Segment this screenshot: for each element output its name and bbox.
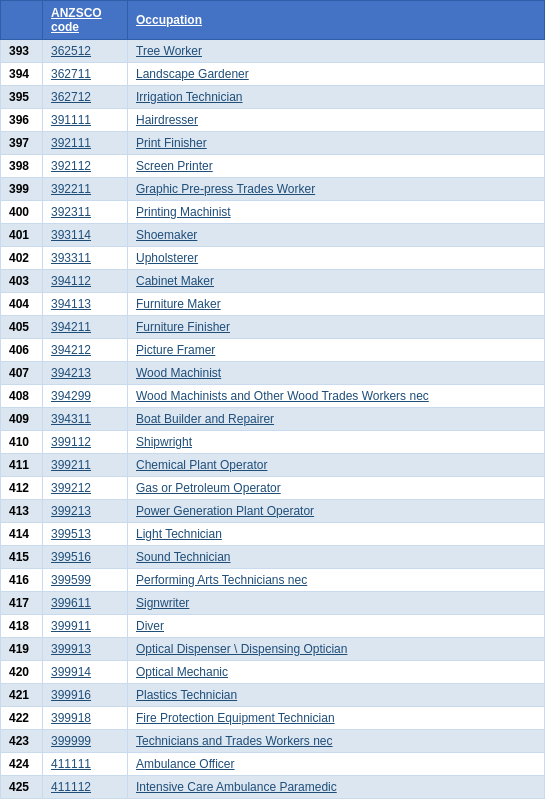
row-code[interactable]: 392111 xyxy=(43,132,128,155)
table-row: 399392211Graphic Pre-press Trades Worker xyxy=(1,178,545,201)
table-row: 423399999Technicians and Trades Workers … xyxy=(1,730,545,753)
row-occupation[interactable]: Furniture Maker xyxy=(128,293,545,316)
table-row: 406394212Picture Framer xyxy=(1,339,545,362)
row-code[interactable]: 399513 xyxy=(43,523,128,546)
row-occupation[interactable]: Tree Worker xyxy=(128,40,545,63)
row-code[interactable]: 394211 xyxy=(43,316,128,339)
row-code[interactable]: 362512 xyxy=(43,40,128,63)
row-num: 414 xyxy=(1,523,43,546)
row-num: 415 xyxy=(1,546,43,569)
row-occupation[interactable]: Shipwright xyxy=(128,431,545,454)
row-occupation[interactable]: Cabinet Maker xyxy=(128,270,545,293)
row-occupation[interactable]: Landscape Gardener xyxy=(128,63,545,86)
row-occupation[interactable]: Furniture Finisher xyxy=(128,316,545,339)
row-num: 407 xyxy=(1,362,43,385)
row-occupation[interactable]: Print Finisher xyxy=(128,132,545,155)
row-occupation[interactable]: Power Generation Plant Operator xyxy=(128,500,545,523)
row-code[interactable]: 394299 xyxy=(43,385,128,408)
row-code[interactable]: 392311 xyxy=(43,201,128,224)
row-num: 393 xyxy=(1,40,43,63)
row-code[interactable]: 362711 xyxy=(43,63,128,86)
row-code[interactable]: 399516 xyxy=(43,546,128,569)
row-num: 401 xyxy=(1,224,43,247)
row-occupation[interactable]: Light Technician xyxy=(128,523,545,546)
row-code[interactable]: 362712 xyxy=(43,86,128,109)
row-num: 403 xyxy=(1,270,43,293)
row-code[interactable]: 392112 xyxy=(43,155,128,178)
table-row: 418399911Diver xyxy=(1,615,545,638)
row-occupation[interactable]: Wood Machinist xyxy=(128,362,545,385)
row-code[interactable]: 399213 xyxy=(43,500,128,523)
row-num: 424 xyxy=(1,753,43,776)
table-row: 401393114Shoemaker xyxy=(1,224,545,247)
table-row: 413399213Power Generation Plant Operator xyxy=(1,500,545,523)
table-row: 396391111Hairdresser xyxy=(1,109,545,132)
row-num: 418 xyxy=(1,615,43,638)
row-occupation[interactable]: Signwriter xyxy=(128,592,545,615)
row-code[interactable]: 399999 xyxy=(43,730,128,753)
col-occupation-header[interactable]: Occupation xyxy=(128,1,545,40)
row-occupation[interactable]: Performing Arts Technicians nec xyxy=(128,569,545,592)
row-code[interactable]: 393114 xyxy=(43,224,128,247)
row-occupation[interactable]: Hairdresser xyxy=(128,109,545,132)
table-row: 405394211Furniture Finisher xyxy=(1,316,545,339)
row-num: 402 xyxy=(1,247,43,270)
row-code[interactable]: 399212 xyxy=(43,477,128,500)
row-code[interactable]: 411111 xyxy=(43,753,128,776)
row-occupation[interactable]: Shoemaker xyxy=(128,224,545,247)
row-code[interactable]: 394112 xyxy=(43,270,128,293)
row-num: 398 xyxy=(1,155,43,178)
row-code[interactable]: 411112 xyxy=(43,776,128,799)
table-row: 398392112Screen Printer xyxy=(1,155,545,178)
row-occupation[interactable]: Gas or Petroleum Operator xyxy=(128,477,545,500)
row-num: 406 xyxy=(1,339,43,362)
row-code[interactable]: 392211 xyxy=(43,178,128,201)
row-num: 410 xyxy=(1,431,43,454)
row-occupation[interactable]: Screen Printer xyxy=(128,155,545,178)
table-row: 417399611Signwriter xyxy=(1,592,545,615)
row-occupation[interactable]: Graphic Pre-press Trades Worker xyxy=(128,178,545,201)
row-occupation[interactable]: Irrigation Technician xyxy=(128,86,545,109)
row-code[interactable]: 399112 xyxy=(43,431,128,454)
row-num: 420 xyxy=(1,661,43,684)
col-code-header[interactable]: ANZSCO code xyxy=(43,1,128,40)
row-occupation[interactable]: Picture Framer xyxy=(128,339,545,362)
row-occupation[interactable]: Optical Dispenser \ Dispensing Optician xyxy=(128,638,545,661)
row-occupation[interactable]: Diver xyxy=(128,615,545,638)
row-code[interactable]: 391111 xyxy=(43,109,128,132)
row-code[interactable]: 399918 xyxy=(43,707,128,730)
table-row: 416399599Performing Arts Technicians nec xyxy=(1,569,545,592)
row-code[interactable]: 394113 xyxy=(43,293,128,316)
row-occupation[interactable]: Wood Machinists and Other Wood Trades Wo… xyxy=(128,385,545,408)
table-row: 407394213Wood Machinist xyxy=(1,362,545,385)
row-occupation[interactable]: Technicians and Trades Workers nec xyxy=(128,730,545,753)
row-code[interactable]: 399914 xyxy=(43,661,128,684)
table-row: 394362711Landscape Gardener xyxy=(1,63,545,86)
row-occupation[interactable]: Fire Protection Equipment Technician xyxy=(128,707,545,730)
row-num: 396 xyxy=(1,109,43,132)
row-code[interactable]: 399599 xyxy=(43,569,128,592)
row-code[interactable]: 399211 xyxy=(43,454,128,477)
row-occupation[interactable]: Plastics Technician xyxy=(128,684,545,707)
row-num: 413 xyxy=(1,500,43,523)
table-row: 421399916Plastics Technician xyxy=(1,684,545,707)
row-code[interactable]: 393311 xyxy=(43,247,128,270)
row-code[interactable]: 399611 xyxy=(43,592,128,615)
table-row: 424411111Ambulance Officer xyxy=(1,753,545,776)
row-occupation[interactable]: Upholsterer xyxy=(128,247,545,270)
row-occupation[interactable]: Optical Mechanic xyxy=(128,661,545,684)
row-occupation[interactable]: Sound Technician xyxy=(128,546,545,569)
row-occupation[interactable]: Chemical Plant Operator xyxy=(128,454,545,477)
row-num: 411 xyxy=(1,454,43,477)
row-code[interactable]: 399913 xyxy=(43,638,128,661)
row-code[interactable]: 394212 xyxy=(43,339,128,362)
table-row: 397392111Print Finisher xyxy=(1,132,545,155)
row-code[interactable]: 394213 xyxy=(43,362,128,385)
row-code[interactable]: 399911 xyxy=(43,615,128,638)
row-code[interactable]: 394311 xyxy=(43,408,128,431)
row-code[interactable]: 399916 xyxy=(43,684,128,707)
row-occupation[interactable]: Boat Builder and Repairer xyxy=(128,408,545,431)
row-occupation[interactable]: Printing Machinist xyxy=(128,201,545,224)
row-occupation[interactable]: Intensive Care Ambulance Paramedic xyxy=(128,776,545,799)
row-occupation[interactable]: Ambulance Officer xyxy=(128,753,545,776)
